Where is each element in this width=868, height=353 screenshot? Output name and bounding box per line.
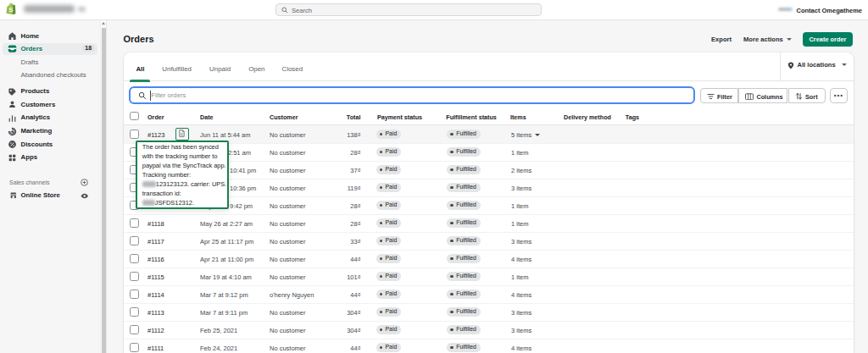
svg-text:S: S	[8, 6, 13, 14]
